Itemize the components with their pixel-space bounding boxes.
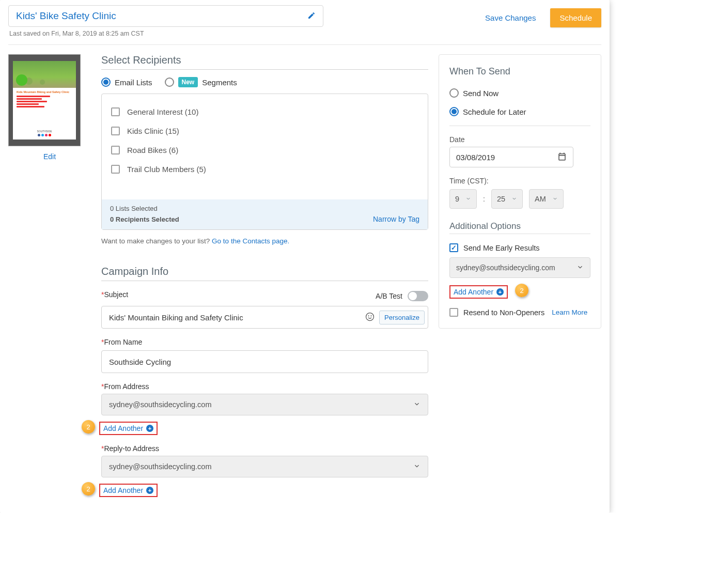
send-now-radio[interactable]: Send Now	[449, 88, 590, 98]
reply-to-value: sydney@southsidecycling.com	[109, 462, 211, 471]
date-label: Date	[449, 135, 590, 144]
radio-selected-icon	[449, 107, 459, 116]
subject-value: Kids' Mountain Biking and Safety Clinic	[109, 313, 361, 322]
chevron-down-icon	[413, 462, 420, 471]
add-another-from-address[interactable]: Add Another +	[99, 422, 158, 435]
early-results-checkbox-row[interactable]: ✓ Send Me Early Results	[449, 243, 590, 252]
early-results-email-value: sydney@southsidecycling.com	[456, 264, 555, 272]
plus-circle-icon: +	[146, 425, 153, 432]
resend-checkbox-row[interactable]: Resend to Non-Openers Learn More	[449, 308, 590, 317]
plus-circle-icon: +	[146, 487, 153, 494]
schedule-button[interactable]: Schedule	[550, 8, 601, 27]
when-to-send-title: When To Send	[449, 66, 590, 77]
checkbox-icon[interactable]	[111, 107, 120, 116]
checkbox-icon[interactable]	[111, 127, 120, 135]
subject-label: *Subject	[101, 290, 128, 299]
list-item-label: Kids Clinic (15)	[127, 127, 179, 135]
personalize-button[interactable]: Personalize	[379, 311, 425, 324]
learn-more-link[interactable]: Learn More	[552, 308, 587, 316]
plus-circle-icon: +	[496, 288, 504, 296]
emoji-icon[interactable]	[365, 312, 375, 323]
step-badge: 2	[515, 284, 528, 297]
chevron-down-icon	[552, 195, 558, 203]
step-badge: 2	[82, 420, 95, 434]
minute-value: 25	[497, 195, 505, 203]
list-item[interactable]: Road Bikes (6)	[111, 141, 418, 160]
thumb-title: Kids Mountain Biking and Safety Clinic	[17, 90, 72, 94]
segments-radio[interactable]: New Segments	[165, 77, 237, 87]
minute-select[interactable]: 25	[491, 189, 523, 209]
calendar-icon	[557, 152, 567, 163]
campaign-title: Kids' Bike Safety Clinic	[16, 10, 116, 22]
svg-point-2	[371, 315, 371, 316]
from-name-label: *From Name	[101, 338, 428, 346]
early-results-label: Send Me Early Results	[463, 244, 539, 252]
send-now-label: Send Now	[463, 89, 499, 98]
email-lists-label: Email Lists	[115, 78, 152, 87]
campaign-title-box[interactable]: Kids' Bike Safety Clinic	[8, 5, 323, 27]
schedule-later-label: Schedule for Later	[463, 107, 526, 116]
segments-label: Segments	[202, 78, 237, 87]
list-item[interactable]: Kids Clinic (15)	[111, 121, 418, 141]
select-recipients-title: Select Recipients	[101, 54, 428, 66]
reply-to-dropdown[interactable]: sydney@southsidecycling.com	[101, 456, 428, 477]
early-results-email-dropdown[interactable]: sydney@southsidecycling.com	[449, 257, 590, 278]
step-badge: 2	[82, 482, 95, 496]
contacts-help-text: Want to make changes to your list? Go to…	[101, 237, 428, 245]
contacts-page-link[interactable]: Go to the Contacts page.	[212, 237, 289, 245]
recipients-selected-count: 0 Recipients Selected	[110, 215, 179, 223]
campaign-info-title: Campaign Info	[101, 266, 428, 277]
svg-point-0	[366, 313, 374, 320]
subject-input[interactable]: Kids' Mountain Biking and Safety Clinic …	[101, 306, 428, 329]
ab-test-label: A/B Test	[376, 292, 402, 300]
chevron-down-icon	[577, 264, 584, 272]
radio-unselected-icon	[165, 78, 174, 87]
pencil-icon[interactable]	[307, 11, 316, 21]
ampm-value: AM	[535, 195, 546, 203]
list-item-label: Trail Club Members (5)	[127, 165, 206, 174]
resend-label: Resend to Non-Openers	[463, 308, 544, 317]
add-another-label: Add Another	[103, 424, 143, 432]
from-name-input[interactable]	[101, 350, 428, 373]
save-changes-link[interactable]: Save Changes	[485, 13, 536, 22]
checkbox-icon[interactable]	[111, 165, 120, 174]
add-another-label: Add Another	[103, 486, 143, 494]
from-address-value: sydney@southsidecycling.com	[109, 400, 211, 409]
reply-to-label: *Reply-to Address	[101, 444, 428, 453]
add-another-label: Add Another	[454, 288, 493, 296]
list-item-label: General Interest (10)	[127, 107, 198, 116]
additional-options-title: Additional Options	[449, 221, 590, 231]
when-to-send-panel: When To Send Send Now Schedule for Later…	[439, 54, 601, 329]
chevron-down-icon	[511, 195, 517, 203]
add-another-reply-to[interactable]: Add Another +	[99, 484, 158, 497]
add-another-early-results[interactable]: Add Another +	[449, 285, 508, 299]
date-input[interactable]: 03/08/2019	[449, 147, 573, 167]
email-preview-thumbnail[interactable]: Kids Mountain Biking and Safety Clinic S…	[8, 54, 81, 146]
checkbox-checked-icon: ✓	[449, 243, 458, 252]
schedule-later-radio[interactable]: Schedule for Later	[449, 107, 590, 116]
svg-point-1	[368, 315, 369, 316]
hour-select[interactable]: 9	[449, 189, 477, 209]
last-saved-text: Last saved on Fri, Mar 8, 2019 at 8:25 a…	[9, 30, 323, 37]
from-address-dropdown[interactable]: sydney@southsidecycling.com	[101, 394, 428, 415]
radio-selected-icon	[101, 78, 111, 87]
help-text-prefix: Want to make changes to your list?	[101, 237, 212, 245]
narrow-by-tag-link[interactable]: Narrow by Tag	[373, 215, 419, 223]
checkbox-unchecked-icon	[449, 308, 458, 317]
list-item[interactable]: Trail Club Members (5)	[111, 160, 418, 179]
date-value: 03/08/2019	[456, 153, 495, 162]
email-lists-box: General Interest (10) Kids Clinic (15) R…	[101, 94, 428, 230]
ab-test-toggle[interactable]	[408, 291, 428, 301]
lists-selected-count: 0 Lists Selected	[110, 205, 179, 212]
checkbox-icon[interactable]	[111, 146, 120, 154]
list-item[interactable]: General Interest (10)	[111, 102, 418, 121]
from-address-label: *From Address	[101, 382, 428, 391]
edit-thumbnail-link[interactable]: Edit	[8, 152, 91, 161]
list-item-label: Road Bikes (6)	[127, 146, 178, 154]
time-colon: :	[483, 195, 485, 203]
ampm-select[interactable]: AM	[529, 189, 564, 209]
time-label: Time (CST):	[449, 177, 590, 185]
hour-value: 9	[455, 195, 459, 203]
chevron-down-icon	[413, 400, 420, 409]
email-lists-radio[interactable]: Email Lists	[101, 78, 152, 87]
